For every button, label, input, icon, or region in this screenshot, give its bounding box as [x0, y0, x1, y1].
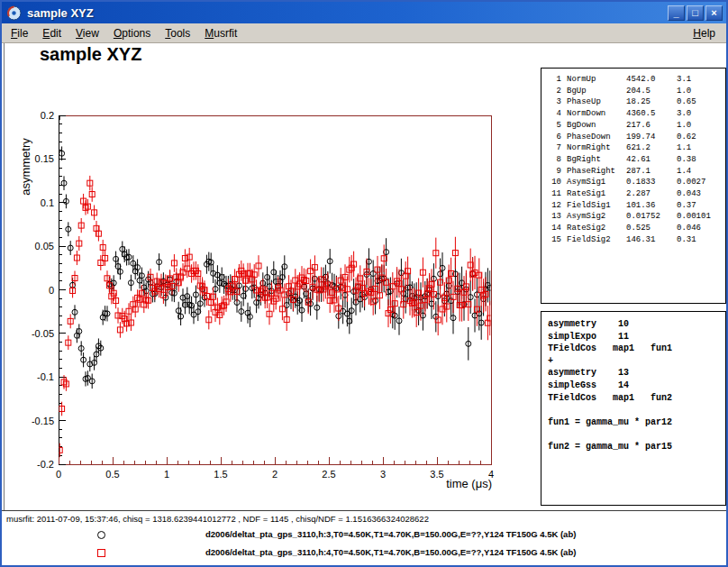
param-error: 1.4 — [677, 166, 725, 178]
data-series-2 — [57, 176, 493, 457]
parameter-row: 15FieldSig2146.310.31 — [547, 234, 725, 246]
plot-frame — [59, 115, 491, 464]
menu-item-tools[interactable]: Tools — [158, 24, 197, 42]
parameter-row: 8BgRight42.610.38 — [547, 154, 725, 166]
param-num: 7 — [547, 142, 561, 154]
svg-text:0.2: 0.2 — [41, 110, 54, 121]
titlebar[interactable]: sample XYZ _ □ × — [2, 2, 726, 23]
svg-text:2: 2 — [272, 469, 278, 480]
param-error: 0.38 — [677, 154, 725, 166]
menu-item-edit[interactable]: Edit — [35, 24, 68, 42]
svg-text:1.5: 1.5 — [214, 469, 227, 480]
menu-item-musrfit[interactable]: Musrfit — [197, 24, 244, 42]
parameter-row: 13AsymSig20.017520.00101 — [547, 211, 725, 223]
param-num: 12 — [547, 200, 561, 212]
svg-text:2.5: 2.5 — [322, 469, 335, 480]
param-num: 15 — [547, 234, 561, 246]
param-value: 204.5 — [626, 86, 677, 97]
param-error: 3.1 — [677, 74, 725, 86]
param-value: 42.61 — [626, 154, 677, 166]
status-divider — [2, 510, 726, 511]
param-value: 4542.0 — [626, 74, 677, 86]
param-name: NormUp — [567, 74, 626, 86]
menu-item-file[interactable]: File — [4, 24, 35, 42]
svg-text:-0.15: -0.15 — [32, 416, 54, 426]
parameter-box: 1NormUp4542.03.12BgUp204.51.03PhaseUp18.… — [541, 68, 726, 304]
svg-text:0.15: 0.15 — [35, 153, 54, 164]
param-value: 0.525 — [626, 223, 677, 234]
svg-text:0.5: 0.5 — [105, 469, 119, 480]
square-marker-icon — [97, 549, 105, 557]
param-name: NormDown — [567, 108, 626, 120]
param-name: PhaseUp — [567, 96, 626, 108]
param-error: 0.00101 — [677, 211, 725, 223]
menubar: FileEditViewOptionsToolsMusrfit Help — [2, 23, 726, 43]
param-value: 146.31 — [626, 234, 677, 246]
param-num: 1 — [547, 74, 561, 86]
circle-marker-icon — [97, 531, 105, 539]
param-error: 0.046 — [677, 223, 725, 234]
theory-line: TFieldCos map1 fun2 — [548, 392, 725, 405]
param-error: 1.1 — [677, 142, 725, 154]
param-num: 8 — [547, 154, 561, 166]
param-value: 101.36 — [626, 200, 677, 212]
param-num: 2 — [547, 86, 561, 97]
minimize-icon[interactable]: _ — [668, 5, 685, 21]
parameter-row: 4NormDown4360.53.0 — [547, 108, 725, 120]
param-error: 3.0 — [677, 108, 725, 120]
param-error: 1.0 — [677, 86, 725, 97]
data-series-1 — [57, 106, 493, 389]
param-num: 9 — [547, 166, 561, 178]
param-num: 14 — [547, 223, 561, 234]
svg-text:-0.1: -0.1 — [37, 371, 54, 382]
theory-line: simpleGss 14 — [548, 380, 725, 392]
svg-text:-0.2: -0.2 — [37, 459, 54, 470]
parameter-row: 6PhaseDown199.740.62 — [547, 132, 725, 143]
axis-ticks — [59, 115, 491, 464]
param-num: 10 — [547, 177, 561, 188]
plot-title: sample XYZ — [40, 44, 141, 65]
param-value: 4360.5 — [626, 108, 677, 120]
parameter-row: 11RateSig12.2870.043 — [547, 188, 725, 200]
legend: d2006/deltat_pta_gps_3110,h:3,T0=4.50K,T… — [0, 526, 728, 564]
theory-line: asymmetry 13 — [548, 367, 725, 380]
menu-item-options[interactable]: Options — [106, 24, 158, 42]
param-value: 0.01752 — [626, 211, 677, 223]
menu-items: FileEditViewOptionsToolsMusrfit — [2, 23, 244, 42]
param-num: 13 — [547, 211, 561, 223]
app-icon[interactable] — [6, 5, 22, 21]
window-title: sample XYZ — [27, 6, 668, 20]
param-error: 1.0 — [677, 120, 725, 132]
legend-item: d2006/deltat_pta_gps_3110,h:3,T0=4.50K,T… — [0, 526, 728, 544]
param-name: AsymSig1 — [567, 177, 626, 188]
param-value: 199.74 — [626, 132, 677, 143]
theory-lines: asymmetry 10simplExpo 11TFieldCos map1 f… — [548, 318, 725, 453]
parameter-row: 7NormRight621.21.1 — [547, 142, 725, 154]
param-name: PhaseRight — [567, 166, 626, 178]
param-value: 0.1833 — [626, 177, 677, 188]
param-num: 3 — [547, 96, 561, 108]
param-error: 0.37 — [677, 200, 725, 212]
param-value: 621.2 — [626, 142, 677, 154]
menu-item-help[interactable]: Help — [682, 24, 726, 42]
param-num: 11 — [547, 188, 561, 200]
param-value: 287.1 — [626, 166, 677, 178]
parameter-row: 10AsymSig10.18330.0027 — [547, 177, 725, 188]
param-name: AsymSig2 — [567, 211, 626, 223]
close-icon[interactable]: × — [705, 5, 723, 21]
param-value: 18.25 — [626, 96, 677, 108]
svg-text:0: 0 — [49, 285, 54, 296]
svg-text:-0.05: -0.05 — [32, 328, 54, 339]
menu-item-view[interactable]: View — [68, 24, 106, 42]
y-axis-title: asymmetry — [19, 113, 33, 221]
svg-text:0: 0 — [56, 469, 61, 480]
legend-label: d2006/deltat_pta_gps_3110,h:4,T0=4.50K,T… — [205, 547, 576, 557]
y-tick-labels: 0.20.150.10.050-0.05-0.1-0.15-0.2 — [32, 110, 54, 470]
param-error: 0.31 — [677, 234, 725, 246]
parameter-row: 1NormUp4542.03.1 — [547, 74, 725, 86]
param-name: BgRight — [567, 154, 626, 166]
theory-line: simplExpo 11 — [548, 331, 725, 343]
parameter-row: 5BgDown217.61.0 — [547, 120, 725, 132]
maximize-icon[interactable]: □ — [687, 5, 704, 21]
parameter-rows: 1NormUp4542.03.12BgUp204.51.03PhaseUp18.… — [547, 74, 725, 246]
